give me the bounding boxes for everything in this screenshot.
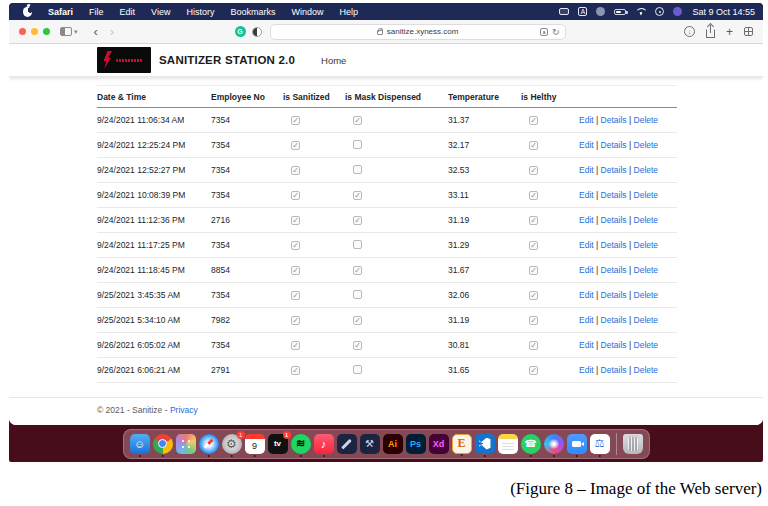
illustrator-dock-icon[interactable]: Ai — [383, 434, 403, 454]
brand-logo[interactable] — [97, 47, 151, 73]
menu-item-window[interactable]: Window — [283, 7, 331, 17]
apple-tv-dock-icon[interactable]: tv1 — [268, 434, 288, 454]
is-sanitized-checkbox[interactable] — [291, 166, 300, 175]
whatsapp-dock-icon[interactable]: ☎ — [521, 434, 541, 454]
details-link[interactable]: Details — [601, 365, 627, 375]
is-sanitized-checkbox[interactable] — [291, 141, 300, 150]
details-link[interactable]: Details — [601, 315, 627, 325]
is-sanitized-checkbox[interactable] — [291, 366, 300, 375]
details-link[interactable]: Details — [601, 265, 627, 275]
share-icon[interactable] — [706, 29, 715, 38]
delete-link[interactable]: Delete — [634, 340, 659, 350]
menu-item-view[interactable]: View — [143, 7, 178, 17]
delete-link[interactable]: Delete — [634, 115, 659, 125]
input-source-icon[interactable]: A — [578, 7, 587, 16]
is-sanitized-checkbox[interactable] — [291, 291, 300, 300]
minimize-window-button[interactable] — [31, 28, 38, 35]
edit-link[interactable]: Edit — [579, 215, 594, 225]
is-sanitized-checkbox[interactable] — [291, 316, 300, 325]
system-preferences-dock-icon[interactable]: ⚙1 — [222, 434, 242, 454]
battery-icon[interactable] — [614, 9, 626, 15]
delete-link[interactable]: Delete — [634, 240, 659, 250]
is-healthy-checkbox[interactable] — [529, 366, 538, 375]
edit-link[interactable]: Edit — [579, 240, 594, 250]
details-link[interactable]: Details — [601, 115, 627, 125]
is-healthy-checkbox[interactable] — [529, 316, 538, 325]
privacy-link[interactable]: Privacy — [170, 405, 198, 415]
spotify-dock-icon[interactable]: ≋ — [291, 434, 311, 454]
is-mask-dispensed-checkbox[interactable] — [353, 116, 362, 125]
is-mask-dispensed-checkbox[interactable] — [353, 290, 362, 299]
screen-mirroring-icon[interactable] — [559, 8, 569, 15]
is-sanitized-checkbox[interactable] — [291, 241, 300, 250]
edit-link[interactable]: Edit — [579, 115, 594, 125]
is-mask-dispensed-checkbox[interactable] — [353, 316, 362, 325]
siri-sphere-dock-icon[interactable] — [544, 434, 564, 454]
is-sanitized-checkbox[interactable] — [291, 266, 300, 275]
hammer-tool-dock-icon[interactable]: ⚒ — [360, 434, 380, 454]
delete-link[interactable]: Delete — [634, 315, 659, 325]
dark-tool-dock-icon[interactable] — [337, 434, 357, 454]
zoom-dock-icon[interactable] — [567, 434, 587, 454]
edit-link[interactable]: Edit — [579, 140, 594, 150]
delete-link[interactable]: Delete — [634, 165, 659, 175]
safari-dock-icon[interactable] — [199, 434, 219, 454]
edit-link[interactable]: Edit — [579, 365, 594, 375]
calendar-dock-icon[interactable]: 9 — [245, 434, 265, 454]
address-bar[interactable]: sanitize.xyness.com a ↻ — [270, 24, 566, 40]
menu-item-file[interactable]: File — [81, 7, 112, 17]
is-healthy-checkbox[interactable] — [529, 241, 538, 250]
details-link[interactable]: Details — [601, 140, 627, 150]
details-link[interactable]: Details — [601, 240, 627, 250]
menu-item-help[interactable]: Help — [331, 7, 366, 17]
is-mask-dispensed-checkbox[interactable] — [353, 165, 362, 174]
finder-dock-icon[interactable]: ☺ — [130, 434, 150, 454]
status-circle-icon[interactable] — [596, 7, 605, 16]
downloads-icon[interactable]: ↓ — [684, 26, 695, 37]
grammarly-extension-icon[interactable]: G — [235, 26, 246, 37]
chrome-dock-icon[interactable] — [153, 434, 173, 454]
purple-dot-icon[interactable] — [673, 7, 682, 16]
delete-link[interactable]: Delete — [634, 190, 659, 200]
apple-menu-icon[interactable] — [23, 7, 32, 17]
edit-link[interactable]: Edit — [579, 265, 594, 275]
is-healthy-checkbox[interactable] — [529, 141, 538, 150]
details-link[interactable]: Details — [601, 190, 627, 200]
is-mask-dispensed-checkbox[interactable] — [353, 240, 362, 249]
delete-link[interactable]: Delete — [634, 265, 659, 275]
adobe-xd-dock-icon[interactable]: Xd — [429, 434, 449, 454]
is-mask-dispensed-checkbox[interactable] — [353, 216, 362, 225]
edit-link[interactable]: Edit — [579, 165, 594, 175]
is-sanitized-checkbox[interactable] — [291, 341, 300, 350]
details-link[interactable]: Details — [601, 165, 627, 175]
nav-home-link[interactable]: Home — [321, 55, 346, 66]
is-mask-dispensed-checkbox[interactable] — [353, 140, 362, 149]
is-healthy-checkbox[interactable] — [529, 216, 538, 225]
back-button[interactable]: ‹ — [88, 25, 104, 38]
is-mask-dispensed-checkbox[interactable] — [353, 191, 362, 200]
notes-dock-icon[interactable] — [498, 434, 518, 454]
new-tab-button[interactable]: + — [726, 26, 733, 38]
scale-dock-icon[interactable]: ⚖ — [590, 434, 610, 454]
is-healthy-checkbox[interactable] — [529, 341, 538, 350]
tab-group-chevron-icon[interactable]: ▾ — [74, 28, 78, 36]
trash-dock-icon[interactable] — [623, 434, 643, 454]
edit-link[interactable]: Edit — [579, 190, 594, 200]
vscode-dock-icon[interactable] — [475, 434, 495, 454]
delete-link[interactable]: Delete — [634, 365, 659, 375]
photoshop-dock-icon[interactable]: Ps — [406, 434, 426, 454]
reload-icon[interactable]: ↻ — [552, 27, 560, 37]
is-mask-dispensed-checkbox[interactable] — [353, 341, 362, 350]
edit-link[interactable]: Edit — [579, 290, 594, 300]
zoom-window-button[interactable] — [43, 28, 50, 35]
delete-link[interactable]: Delete — [634, 215, 659, 225]
menu-item-safari[interactable]: Safari — [40, 7, 81, 17]
shield-extension-icon[interactable] — [252, 27, 262, 37]
edit-link[interactable]: Edit — [579, 340, 594, 350]
details-link[interactable]: Details — [601, 340, 627, 350]
edit-link[interactable]: Edit — [579, 315, 594, 325]
wifi-icon[interactable] — [635, 8, 646, 16]
delete-link[interactable]: Delete — [634, 140, 659, 150]
is-sanitized-checkbox[interactable] — [291, 216, 300, 225]
is-healthy-checkbox[interactable] — [529, 116, 538, 125]
